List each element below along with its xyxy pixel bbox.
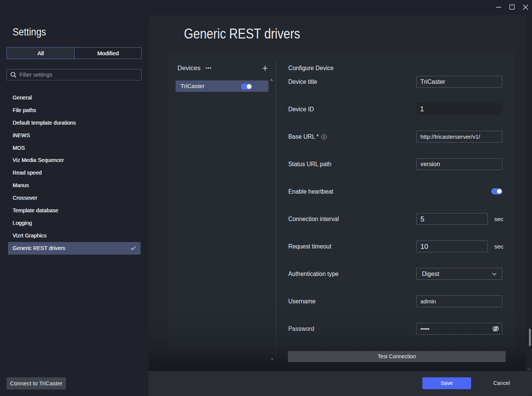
svg-text:i: i	[323, 135, 324, 139]
